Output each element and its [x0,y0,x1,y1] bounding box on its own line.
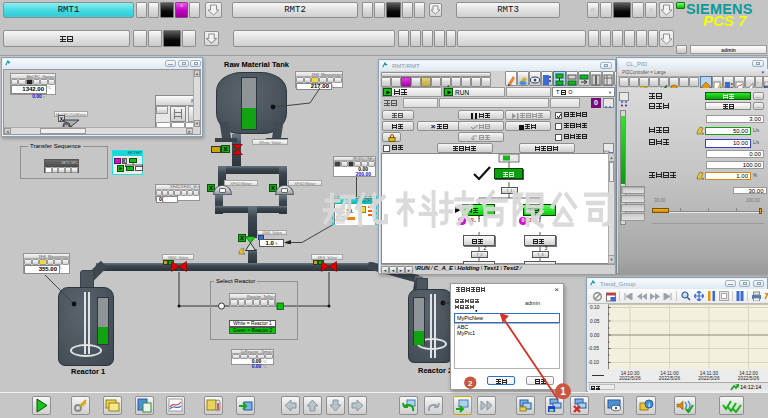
svg-text:2: 2 [468,379,473,388]
svg-text:1: 1 [560,386,566,397]
